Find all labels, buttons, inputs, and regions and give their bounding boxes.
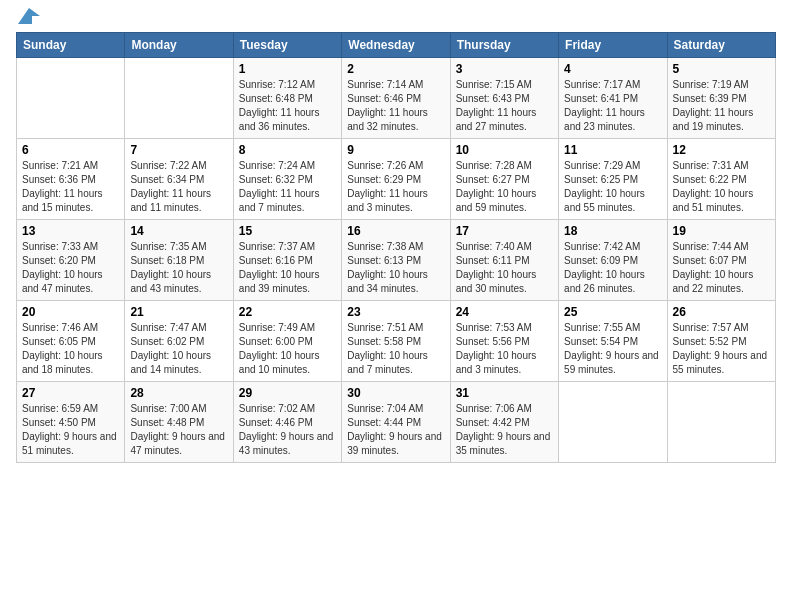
day-number: 31 [456, 386, 553, 400]
day-info: Sunrise: 7:06 AM Sunset: 4:42 PM Dayligh… [456, 402, 553, 458]
col-header-wednesday: Wednesday [342, 33, 450, 58]
calendar-week-4: 20Sunrise: 7:46 AM Sunset: 6:05 PM Dayli… [17, 301, 776, 382]
day-number: 30 [347, 386, 444, 400]
calendar-cell: 21Sunrise: 7:47 AM Sunset: 6:02 PM Dayli… [125, 301, 233, 382]
calendar-cell: 19Sunrise: 7:44 AM Sunset: 6:07 PM Dayli… [667, 220, 775, 301]
calendar-cell: 14Sunrise: 7:35 AM Sunset: 6:18 PM Dayli… [125, 220, 233, 301]
day-info: Sunrise: 7:37 AM Sunset: 6:16 PM Dayligh… [239, 240, 336, 296]
calendar-cell: 3Sunrise: 7:15 AM Sunset: 6:43 PM Daylig… [450, 58, 558, 139]
day-number: 13 [22, 224, 119, 238]
day-info: Sunrise: 7:26 AM Sunset: 6:29 PM Dayligh… [347, 159, 444, 215]
day-info: Sunrise: 7:35 AM Sunset: 6:18 PM Dayligh… [130, 240, 227, 296]
calendar-cell: 31Sunrise: 7:06 AM Sunset: 4:42 PM Dayli… [450, 382, 558, 463]
day-number: 25 [564, 305, 661, 319]
col-header-saturday: Saturday [667, 33, 775, 58]
day-number: 29 [239, 386, 336, 400]
day-info: Sunrise: 7:40 AM Sunset: 6:11 PM Dayligh… [456, 240, 553, 296]
day-info: Sunrise: 7:46 AM Sunset: 6:05 PM Dayligh… [22, 321, 119, 377]
day-info: Sunrise: 7:53 AM Sunset: 5:56 PM Dayligh… [456, 321, 553, 377]
calendar-cell: 9Sunrise: 7:26 AM Sunset: 6:29 PM Daylig… [342, 139, 450, 220]
calendar-cell: 12Sunrise: 7:31 AM Sunset: 6:22 PM Dayli… [667, 139, 775, 220]
day-number: 7 [130, 143, 227, 157]
calendar-cell: 16Sunrise: 7:38 AM Sunset: 6:13 PM Dayli… [342, 220, 450, 301]
logo-icon [18, 8, 40, 24]
day-number: 8 [239, 143, 336, 157]
col-header-thursday: Thursday [450, 33, 558, 58]
calendar-cell: 28Sunrise: 7:00 AM Sunset: 4:48 PM Dayli… [125, 382, 233, 463]
day-number: 19 [673, 224, 770, 238]
calendar-cell: 29Sunrise: 7:02 AM Sunset: 4:46 PM Dayli… [233, 382, 341, 463]
calendar-cell [17, 58, 125, 139]
day-number: 20 [22, 305, 119, 319]
day-info: Sunrise: 7:21 AM Sunset: 6:36 PM Dayligh… [22, 159, 119, 215]
day-info: Sunrise: 7:29 AM Sunset: 6:25 PM Dayligh… [564, 159, 661, 215]
day-number: 17 [456, 224, 553, 238]
day-number: 9 [347, 143, 444, 157]
calendar-cell: 8Sunrise: 7:24 AM Sunset: 6:32 PM Daylig… [233, 139, 341, 220]
day-info: Sunrise: 7:28 AM Sunset: 6:27 PM Dayligh… [456, 159, 553, 215]
calendar-cell: 24Sunrise: 7:53 AM Sunset: 5:56 PM Dayli… [450, 301, 558, 382]
day-number: 1 [239, 62, 336, 76]
calendar-cell: 11Sunrise: 7:29 AM Sunset: 6:25 PM Dayli… [559, 139, 667, 220]
calendar-cell: 26Sunrise: 7:57 AM Sunset: 5:52 PM Dayli… [667, 301, 775, 382]
calendar-cell: 2Sunrise: 7:14 AM Sunset: 6:46 PM Daylig… [342, 58, 450, 139]
calendar-week-2: 6Sunrise: 7:21 AM Sunset: 6:36 PM Daylig… [17, 139, 776, 220]
day-number: 28 [130, 386, 227, 400]
day-number: 23 [347, 305, 444, 319]
page-header [16, 16, 776, 24]
day-info: Sunrise: 7:38 AM Sunset: 6:13 PM Dayligh… [347, 240, 444, 296]
day-number: 22 [239, 305, 336, 319]
day-number: 2 [347, 62, 444, 76]
day-number: 12 [673, 143, 770, 157]
calendar-cell: 23Sunrise: 7:51 AM Sunset: 5:58 PM Dayli… [342, 301, 450, 382]
day-info: Sunrise: 7:24 AM Sunset: 6:32 PM Dayligh… [239, 159, 336, 215]
calendar-cell [667, 382, 775, 463]
day-number: 14 [130, 224, 227, 238]
calendar-cell: 18Sunrise: 7:42 AM Sunset: 6:09 PM Dayli… [559, 220, 667, 301]
calendar-cell: 17Sunrise: 7:40 AM Sunset: 6:11 PM Dayli… [450, 220, 558, 301]
col-header-tuesday: Tuesday [233, 33, 341, 58]
day-number: 18 [564, 224, 661, 238]
col-header-monday: Monday [125, 33, 233, 58]
calendar-cell: 27Sunrise: 6:59 AM Sunset: 4:50 PM Dayli… [17, 382, 125, 463]
day-info: Sunrise: 6:59 AM Sunset: 4:50 PM Dayligh… [22, 402, 119, 458]
day-info: Sunrise: 7:49 AM Sunset: 6:00 PM Dayligh… [239, 321, 336, 377]
calendar-cell: 25Sunrise: 7:55 AM Sunset: 5:54 PM Dayli… [559, 301, 667, 382]
calendar-table: SundayMondayTuesdayWednesdayThursdayFrid… [16, 32, 776, 463]
day-number: 21 [130, 305, 227, 319]
calendar-cell: 6Sunrise: 7:21 AM Sunset: 6:36 PM Daylig… [17, 139, 125, 220]
day-info: Sunrise: 7:19 AM Sunset: 6:39 PM Dayligh… [673, 78, 770, 134]
day-info: Sunrise: 7:47 AM Sunset: 6:02 PM Dayligh… [130, 321, 227, 377]
calendar-cell: 22Sunrise: 7:49 AM Sunset: 6:00 PM Dayli… [233, 301, 341, 382]
calendar-cell: 13Sunrise: 7:33 AM Sunset: 6:20 PM Dayli… [17, 220, 125, 301]
day-number: 4 [564, 62, 661, 76]
calendar-cell: 30Sunrise: 7:04 AM Sunset: 4:44 PM Dayli… [342, 382, 450, 463]
calendar-cell: 7Sunrise: 7:22 AM Sunset: 6:34 PM Daylig… [125, 139, 233, 220]
day-info: Sunrise: 7:00 AM Sunset: 4:48 PM Dayligh… [130, 402, 227, 458]
day-info: Sunrise: 7:55 AM Sunset: 5:54 PM Dayligh… [564, 321, 661, 377]
day-info: Sunrise: 7:17 AM Sunset: 6:41 PM Dayligh… [564, 78, 661, 134]
day-info: Sunrise: 7:51 AM Sunset: 5:58 PM Dayligh… [347, 321, 444, 377]
calendar-cell: 4Sunrise: 7:17 AM Sunset: 6:41 PM Daylig… [559, 58, 667, 139]
calendar-header: SundayMondayTuesdayWednesdayThursdayFrid… [17, 33, 776, 58]
day-info: Sunrise: 7:57 AM Sunset: 5:52 PM Dayligh… [673, 321, 770, 377]
col-header-sunday: Sunday [17, 33, 125, 58]
day-number: 15 [239, 224, 336, 238]
calendar-cell [125, 58, 233, 139]
day-number: 16 [347, 224, 444, 238]
day-number: 6 [22, 143, 119, 157]
day-number: 27 [22, 386, 119, 400]
day-number: 26 [673, 305, 770, 319]
day-number: 5 [673, 62, 770, 76]
calendar-week-1: 1Sunrise: 7:12 AM Sunset: 6:48 PM Daylig… [17, 58, 776, 139]
col-header-friday: Friday [559, 33, 667, 58]
day-info: Sunrise: 7:33 AM Sunset: 6:20 PM Dayligh… [22, 240, 119, 296]
day-info: Sunrise: 7:22 AM Sunset: 6:34 PM Dayligh… [130, 159, 227, 215]
logo [16, 16, 40, 24]
day-info: Sunrise: 7:02 AM Sunset: 4:46 PM Dayligh… [239, 402, 336, 458]
calendar-cell: 5Sunrise: 7:19 AM Sunset: 6:39 PM Daylig… [667, 58, 775, 139]
day-info: Sunrise: 7:31 AM Sunset: 6:22 PM Dayligh… [673, 159, 770, 215]
calendar-cell [559, 382, 667, 463]
calendar-week-3: 13Sunrise: 7:33 AM Sunset: 6:20 PM Dayli… [17, 220, 776, 301]
day-number: 3 [456, 62, 553, 76]
